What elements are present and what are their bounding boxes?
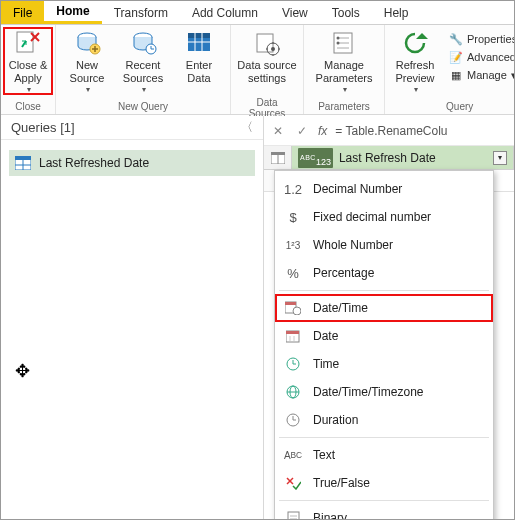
recent-sources-icon bbox=[129, 29, 157, 57]
menuitem-label: Percentage bbox=[313, 266, 374, 280]
menuitem-date-time-timezone[interactable]: Date/Time/Timezone bbox=[275, 378, 493, 406]
column-header-last-refresh-date[interactable]: ABC123 Last Refresh Date ▾ bbox=[292, 146, 514, 169]
boolean-icon bbox=[283, 477, 303, 490]
menuitem-label: Binary bbox=[313, 511, 347, 520]
commit-formula-icon[interactable]: ✓ bbox=[294, 124, 310, 138]
tab-file[interactable]: File bbox=[1, 1, 44, 24]
svg-marker-27 bbox=[416, 33, 428, 39]
enter-data-label: Enter Data bbox=[186, 59, 212, 85]
svg-point-25 bbox=[337, 37, 340, 40]
chevron-down-icon: ▾ bbox=[414, 85, 418, 95]
datatype-any-icon[interactable]: ABC123 bbox=[298, 148, 333, 168]
tab-transform[interactable]: Transform bbox=[102, 1, 180, 24]
group-query: Refresh Preview▾ 🔧Properties 📝Advanced E… bbox=[385, 25, 515, 114]
menuitem-binary[interactable]: Binary bbox=[275, 504, 493, 520]
menuitem-label: Whole Number bbox=[313, 238, 393, 252]
menuitem-label: Date/Time bbox=[313, 301, 368, 315]
grid-header: ABC123 Last Refresh Date ▾ bbox=[264, 146, 514, 170]
query-list: Last Refreshed Date bbox=[1, 140, 263, 186]
select-all-corner[interactable] bbox=[264, 146, 292, 169]
group-data-sources: Data source settings Data Sources bbox=[231, 25, 304, 114]
menuitem-label: Date/Time/Timezone bbox=[313, 385, 423, 399]
new-source-label: New Source bbox=[70, 59, 105, 85]
fx-icon[interactable]: fx bbox=[318, 124, 327, 138]
ribbon: Close & Apply▾ Close New Source▾ Recent … bbox=[1, 25, 514, 115]
manage-icon: ▦ bbox=[449, 68, 463, 82]
chevron-down-icon: ▾ bbox=[511, 69, 515, 82]
menu-separator bbox=[279, 500, 489, 501]
main-pane: ✕ ✓ fx = Table.RenameColu ABC123 Last Re… bbox=[264, 116, 514, 519]
menuitem-label: True/False bbox=[313, 476, 370, 490]
menuitem-true-false[interactable]: True/False bbox=[275, 469, 493, 497]
query-item-last-refreshed[interactable]: Last Refreshed Date bbox=[9, 150, 255, 176]
svg-rect-36 bbox=[285, 302, 296, 305]
svg-point-16 bbox=[271, 47, 275, 51]
svg-rect-10 bbox=[188, 33, 210, 38]
recent-sources-label: Recent Sources bbox=[123, 59, 163, 85]
data-source-settings-label: Data source settings bbox=[237, 59, 296, 85]
group-parameters: Manage Parameters▾ Parameters bbox=[304, 25, 385, 114]
menuitem-date[interactable]: Date bbox=[275, 322, 493, 350]
queries-pane: Queries [1] 〈 Last Refreshed Date ✥ bbox=[1, 116, 264, 519]
menuitem-time[interactable]: Time bbox=[275, 350, 493, 378]
formula-text[interactable]: = Table.RenameColu bbox=[335, 124, 447, 138]
tab-help[interactable]: Help bbox=[372, 1, 421, 24]
svg-point-26 bbox=[337, 42, 340, 45]
menu-separator bbox=[279, 437, 489, 438]
menuitem-decimal-number[interactable]: 1.2Decimal Number bbox=[275, 175, 493, 203]
collapse-queries-icon[interactable]: 〈 bbox=[241, 119, 253, 136]
refresh-preview-button[interactable]: Refresh Preview▾ bbox=[391, 27, 439, 95]
menuitem-whole-number[interactable]: 1²3Whole Number bbox=[275, 231, 493, 259]
manage-parameters-icon bbox=[330, 29, 358, 57]
new-source-button[interactable]: New Source▾ bbox=[62, 27, 112, 95]
menuitem-label: Fixed decimal number bbox=[313, 210, 431, 224]
menuitem-date-time[interactable]: Date/Time bbox=[275, 294, 493, 322]
menuitem-label: Decimal Number bbox=[313, 182, 402, 196]
tab-tools[interactable]: Tools bbox=[320, 1, 372, 24]
tab-home[interactable]: Home bbox=[44, 1, 101, 24]
cancel-formula-icon[interactable]: ✕ bbox=[270, 124, 286, 138]
svg-rect-39 bbox=[286, 331, 299, 334]
datetime-icon bbox=[283, 301, 303, 315]
chevron-down-icon: ▾ bbox=[86, 85, 90, 95]
svg-point-37 bbox=[293, 307, 301, 315]
table-icon bbox=[271, 152, 285, 164]
refresh-preview-label: Refresh Preview bbox=[395, 59, 434, 85]
group-close: Close & Apply▾ Close bbox=[1, 25, 56, 114]
enter-data-icon bbox=[185, 29, 213, 57]
chevron-down-icon: ▾ bbox=[142, 85, 146, 95]
date-icon bbox=[283, 330, 303, 343]
menuitem-duration[interactable]: Duration bbox=[275, 406, 493, 434]
group-label-parameters: Parameters bbox=[310, 99, 378, 114]
menu-separator bbox=[279, 290, 489, 291]
new-source-icon bbox=[73, 29, 101, 57]
advanced-editor-button[interactable]: 📝Advanced E bbox=[447, 49, 515, 65]
column-filter-dropdown-icon[interactable]: ▾ bbox=[493, 151, 507, 165]
text-icon: ABC bbox=[283, 450, 303, 461]
enter-data-button[interactable]: Enter Data bbox=[174, 27, 224, 95]
percent-icon: % bbox=[283, 266, 303, 281]
properties-button[interactable]: 🔧Properties bbox=[447, 31, 515, 47]
group-label-close: Close bbox=[3, 99, 53, 114]
menuitem-percentage[interactable]: %Percentage bbox=[275, 259, 493, 287]
properties-label: Properties bbox=[467, 33, 515, 45]
time-icon bbox=[283, 357, 303, 371]
manage-label: Manage bbox=[467, 69, 507, 81]
menuitem-label: Text bbox=[313, 448, 335, 462]
data-source-settings-button[interactable]: Data source settings bbox=[237, 27, 297, 95]
tab-view[interactable]: View bbox=[270, 1, 320, 24]
manage-button[interactable]: ▦Manage ▾ bbox=[447, 67, 515, 83]
tab-add-column[interactable]: Add Column bbox=[180, 1, 270, 24]
move-cursor-icon: ✥ bbox=[15, 360, 30, 382]
data-source-settings-icon bbox=[253, 29, 281, 57]
query-item-label: Last Refreshed Date bbox=[39, 156, 149, 170]
decimal-icon: 1.2 bbox=[283, 182, 303, 197]
close-apply-label: Close & Apply bbox=[9, 59, 48, 85]
menuitem-fixed-decimal[interactable]: $Fixed decimal number bbox=[275, 203, 493, 231]
recent-sources-button[interactable]: Recent Sources▾ bbox=[118, 27, 168, 95]
menuitem-text[interactable]: ABCText bbox=[275, 441, 493, 469]
chevron-down-icon: ▾ bbox=[343, 85, 347, 95]
body: Queries [1] 〈 Last Refreshed Date ✥ ✕ ✓ … bbox=[1, 116, 514, 519]
manage-parameters-button[interactable]: Manage Parameters▾ bbox=[310, 27, 378, 95]
close-apply-button[interactable]: Close & Apply▾ bbox=[3, 27, 53, 95]
